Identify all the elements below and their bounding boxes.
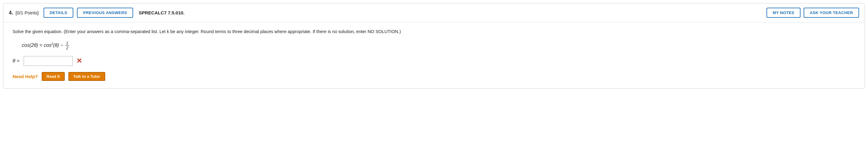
read-it-button[interactable]: Read It — [42, 72, 65, 81]
ask-teacher-button[interactable]: ASK YOUR TEACHER — [804, 8, 859, 18]
answer-row: θ = ✕ — [12, 56, 856, 66]
equation-text: cos(2θ) = cos2(θ) − 1 2 — [22, 42, 70, 48]
details-button[interactable]: DETAILS — [43, 8, 73, 18]
my-notes-button[interactable]: MY NOTES — [767, 8, 801, 18]
answer-input[interactable] — [24, 56, 73, 66]
question-content: Solve the given equation. (Enter your an… — [3, 22, 865, 88]
need-help-label: Need Help? — [12, 74, 38, 79]
previous-answers-button[interactable]: PREVIOUS ANSWERS — [77, 8, 133, 18]
theta-label: θ = — [12, 58, 19, 64]
problem-code: SPRECALC7 7.5.010. — [138, 10, 763, 15]
incorrect-mark: ✕ — [76, 57, 82, 65]
instruction-text: Solve the given equation. (Enter your an… — [12, 29, 856, 35]
question-number: 4. [0/1 Points] — [9, 10, 39, 15]
help-row: Need Help? Read It Talk to a Tutor — [12, 72, 856, 81]
question-container: 4. [0/1 Points] DETAILS PREVIOUS ANSWERS… — [3, 3, 865, 89]
fraction-half: 1 2 — [65, 41, 69, 51]
equation-display: cos(2θ) = cos2(θ) − 1 2 — [22, 41, 856, 51]
question-header: 4. [0/1 Points] DETAILS PREVIOUS ANSWERS… — [3, 3, 865, 22]
header-right-buttons: MY NOTES ASK YOUR TEACHER — [767, 8, 859, 18]
talk-to-tutor-button[interactable]: Talk to a Tutor — [68, 72, 105, 81]
points-label: [0/1 Points] — [16, 10, 39, 15]
